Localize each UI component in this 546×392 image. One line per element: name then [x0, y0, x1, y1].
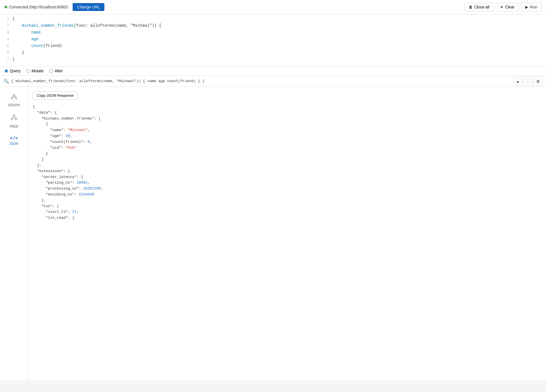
code-line: 5 count(friend) — [0, 44, 546, 50]
clear-icon: ✕ — [500, 5, 504, 9]
alter-option[interactable]: Alter — [49, 69, 63, 73]
search-input[interactable] — [11, 76, 511, 87]
collapse-button[interactable]: ▲ — [513, 77, 522, 86]
svg-point-7 — [15, 118, 17, 120]
graph-label: GRAPH — [8, 103, 20, 107]
run-icon: ▶ — [525, 5, 528, 9]
svg-line-9 — [12, 118, 14, 118]
clear-button[interactable]: ✕ Clear — [496, 3, 519, 11]
line-number: 1 — [2, 17, 12, 21]
line-content: name — [12, 30, 41, 35]
mutate-label: Mutate — [32, 69, 44, 73]
copy-json-button[interactable]: Copy JSON Response — [33, 91, 78, 100]
svg-point-2 — [15, 97, 17, 99]
topbar-right: 🗑 Close all ✕ Clear ▶ Run — [464, 3, 541, 11]
svg-point-1 — [11, 97, 13, 99]
alter-radio[interactable] — [49, 69, 53, 73]
mutate-radio[interactable] — [26, 69, 30, 73]
sidebar-item-graph[interactable]: GRAPH — [0, 89, 28, 111]
code-line: 2 michael_number_friends(func: allofterm… — [0, 23, 546, 30]
svg-point-5 — [13, 115, 15, 116]
line-content: count(friend) — [12, 44, 62, 48]
sidebar-item-json[interactable]: </> JSON — [0, 132, 28, 149]
code-line: 6 } — [0, 50, 546, 57]
line-content: age — [12, 37, 38, 41]
query-type-bar: Query Mutate Alter — [0, 66, 546, 76]
line-content: } — [12, 50, 24, 55]
search-icon: 🔍 — [3, 78, 9, 84]
graph-icon — [10, 93, 18, 102]
tree-label: TREE — [9, 125, 18, 129]
json-content: { "data": { "michael_number_friends": [ … — [33, 104, 546, 221]
line-content: } — [12, 57, 15, 62]
alter-label: Alter — [55, 69, 63, 73]
line-number: 2 — [2, 24, 12, 28]
connected-dot — [5, 6, 7, 8]
code-line: 3 name — [0, 30, 546, 37]
line-content: michael_number_friends(func: allofterms(… — [12, 23, 161, 28]
editor-area[interactable]: 1 { 2 michael_number_friends(func: allof… — [0, 14, 546, 66]
svg-point-0 — [13, 94, 15, 96]
mutate-option[interactable]: Mutate — [26, 69, 44, 73]
topbar: Connected (http://localhost:8080/) Chang… — [0, 0, 546, 14]
delete-history-button[interactable]: 🗑 — [534, 77, 543, 86]
run-button[interactable]: ▶ Run — [521, 3, 541, 11]
search-bar: 🔍 ▲ ⛶ 🗑 — [0, 76, 546, 87]
json-response-area[interactable]: Copy JSON Response { "data": { "michael_… — [28, 87, 546, 380]
svg-line-10 — [14, 118, 16, 118]
code-line: 1 { — [0, 17, 546, 23]
close-all-button[interactable]: 🗑 Close all — [464, 3, 494, 11]
line-content: { — [12, 17, 15, 21]
tree-icon — [10, 114, 18, 123]
code-line: 4 age — [0, 37, 546, 44]
connection-status: Connected (http://localhost:8080/) — [5, 5, 68, 9]
query-option[interactable]: Query — [5, 69, 21, 73]
code-lines: 1 { 2 michael_number_friends(func: allof… — [0, 14, 546, 66]
main-content: GRAPH TREE </> JSON Copy JSON Response { — [0, 87, 546, 380]
query-label: Query — [10, 69, 21, 73]
json-label: JSON — [9, 142, 18, 146]
sidebar-item-tree[interactable]: TREE — [0, 111, 28, 132]
line-number: 5 — [2, 44, 12, 48]
line-number: 7 — [2, 57, 12, 62]
line-number: 4 — [2, 37, 12, 41]
line-number: 6 — [2, 51, 12, 55]
sidebar: GRAPH TREE </> JSON — [0, 87, 28, 380]
fullscreen-button[interactable]: ⛶ — [523, 77, 532, 86]
svg-line-4 — [14, 96, 16, 97]
change-url-button[interactable]: Change URL — [73, 3, 104, 11]
svg-point-6 — [11, 118, 13, 120]
trash-icon: 🗑 — [469, 5, 473, 9]
line-number: 3 — [2, 30, 12, 35]
query-radio[interactable] — [5, 69, 8, 73]
json-icon: </> — [10, 135, 18, 141]
svg-line-3 — [12, 96, 14, 97]
search-actions: ▲ ⛶ 🗑 — [513, 77, 543, 86]
connection-label: Connected (http://localhost:8080/) — [9, 5, 68, 9]
code-line: 7 } — [0, 57, 546, 64]
